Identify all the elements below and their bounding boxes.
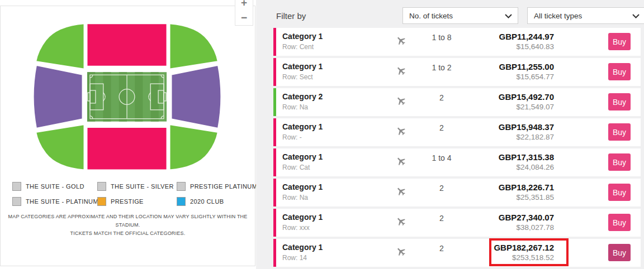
legend-item: PRESTIGE PLATINUM [177, 181, 257, 191]
row-label: Row: - [282, 133, 302, 141]
category-color-bar [273, 88, 276, 116]
legend-color-swatch [12, 197, 21, 206]
legend-item: PRESTIGE [97, 196, 177, 206]
price-gbp: GBP182,267.12 [494, 242, 554, 253]
airplane-icon [396, 216, 406, 227]
price-usd: $24,084.26 [499, 162, 554, 172]
category-color-bar [273, 209, 276, 237]
disclaimer-line-2: TICKETS MATCH THE OFFICIAL CATEGORIES. [1, 229, 255, 238]
price-gbp: GBP18,226.71 [499, 182, 554, 193]
price-block: GBP17,315.38 $24,084.26 [499, 152, 554, 172]
disclaimer-line-1: MAP CATEGORIES ARE APPROXIMATE AND THEIR… [1, 213, 255, 229]
row-label: Row: xxx [282, 224, 310, 232]
price-usd: $15,654.77 [499, 72, 554, 81]
ticket-listing-row: Category 1 Row: - 2 GBP15,948.37 $22,182… [273, 118, 641, 146]
legend-color-swatch [12, 182, 21, 191]
quantity-label: 2 [414, 93, 470, 102]
quantity-label: 1 to 4 [414, 153, 470, 162]
ticket-listing-row: Category 1 Row: Sect 1 to 2 GBP11,255.00… [273, 58, 641, 86]
legend-item: THE SUITE - PLATINUM [12, 196, 97, 206]
category-label: Category 1 [282, 152, 323, 161]
ticket-listings: Category 1 Row: Cent 1 to 8 GBP11,244.97… [273, 28, 641, 269]
legend-label: PRESTIGE [111, 198, 144, 205]
chevron-down-icon [632, 14, 640, 18]
row-label: Row: Na [282, 194, 308, 201]
quantity-label: 1 to 2 [414, 63, 470, 72]
buy-button[interactable]: Buy [608, 33, 631, 50]
category-color-bar [273, 239, 276, 267]
price-block: GBP18,226.71 $25,351.85 [499, 182, 554, 202]
stand-south [87, 127, 167, 170]
quantity-label: 2 [414, 184, 470, 193]
legend-color-swatch [177, 197, 186, 206]
buy-button[interactable]: Buy [608, 123, 631, 141]
filter-by-label: Filter by [276, 11, 306, 21]
quantity-label: 2 [414, 244, 470, 253]
price-block: GBP15,948.37 $22,182.87 [499, 122, 554, 142]
ticket-types-value: All ticket types [534, 12, 582, 20]
category-color-bar [273, 179, 276, 206]
stand-southeast [169, 124, 218, 170]
stand-northeast [169, 23, 218, 69]
ticket-listing-row: Category 2 Row: Na 2 GBP15,492.70 $21,54… [273, 88, 641, 116]
legend-label: 2020 CLUB [190, 198, 224, 205]
buy-button[interactable]: Buy [608, 63, 631, 80]
airplane-icon [396, 126, 406, 136]
map-disclaimer: MAP CATEGORIES ARE APPROXIMATE AND THEIR… [1, 213, 255, 238]
stadium-map-panel: + − [0, 6, 255, 266]
number-of-tickets-dropdown[interactable]: No. of tickets [402, 7, 518, 24]
stand-east [171, 65, 221, 128]
category-color-bar [273, 58, 276, 86]
price-usd: $38,027.78 [499, 223, 554, 232]
chevron-down-icon [505, 14, 512, 18]
price-usd: $25,351.85 [499, 193, 554, 202]
airplane-icon [396, 95, 406, 106]
buy-button[interactable]: Buy [608, 93, 631, 111]
buy-button[interactable]: Buy [608, 244, 631, 261]
legend-label: THE SUITE - GOLD [26, 183, 84, 190]
ticket-listing-row: Category 1 Row: Cent 1 to 8 GBP11,244.97… [273, 28, 641, 56]
airplane-icon [396, 186, 406, 196]
price-block: GBP27,340.07 $38,027.78 [499, 212, 554, 232]
stadium-map[interactable] [1, 6, 255, 179]
price-usd: $253,518.52 [494, 253, 554, 262]
category-label: Category 1 [282, 62, 323, 71]
category-label: Category 1 [282, 182, 323, 191]
buy-button[interactable]: Buy [608, 184, 631, 201]
quantity-label: 1 to 8 [414, 33, 470, 42]
map-legend: THE SUITE - GOLD THE SUITE - SILVER PRES… [12, 181, 257, 206]
legend-item: 2020 CLUB [177, 196, 257, 206]
category-label: Category 2 [282, 92, 323, 101]
legend-item: THE SUITE - SILVER [97, 181, 177, 191]
ticket-listing-row: Category 1 Row: 14 2 GBP182,267.12 $253,… [273, 239, 641, 267]
price-gbp: GBP11,244.97 [499, 31, 554, 42]
price-usd: $15,640.83 [499, 42, 554, 51]
zoom-out-button[interactable]: − [235, 10, 253, 25]
category-color-bar [273, 148, 276, 176]
buy-button[interactable]: Buy [608, 214, 631, 231]
ticket-listing-row: Category 1 Row: xxx 2 GBP27,340.07 $38,0… [273, 209, 641, 237]
quantity-label: 2 [414, 214, 470, 223]
price-block: GBP11,255.00 $15,654.77 [499, 61, 554, 81]
category-label: Category 1 [282, 122, 323, 131]
legend-color-swatch [97, 197, 106, 206]
category-label: Category 1 [282, 213, 323, 222]
buy-button[interactable]: Buy [608, 153, 631, 171]
quantity-label: 2 [414, 123, 470, 132]
price-block: GBP182,267.12 $253,518.52 [494, 242, 554, 262]
category-label: Category 1 [282, 32, 323, 41]
price-gbp: GBP15,948.37 [499, 122, 554, 132]
price-gbp: GBP15,492.70 [499, 92, 554, 102]
ticket-listing-row: Category 1 Row: Na 2 GBP18,226.71 $25,35… [273, 179, 641, 206]
row-label: Row: 14 [282, 254, 307, 262]
legend-item: THE SUITE - GOLD [12, 181, 97, 191]
category-label: Category 1 [282, 243, 323, 252]
row-label: Row: Cat [282, 164, 310, 171]
airplane-icon [396, 156, 406, 166]
price-gbp: GBP27,340.07 [499, 212, 554, 223]
price-block: GBP15,492.70 $21,549.07 [499, 92, 554, 112]
price-gbp: GBP17,315.38 [499, 152, 554, 162]
zoom-in-button[interactable]: + [235, 0, 253, 10]
ticket-types-dropdown[interactable]: All ticket types [527, 7, 644, 24]
number-of-tickets-value: No. of tickets [409, 12, 453, 20]
